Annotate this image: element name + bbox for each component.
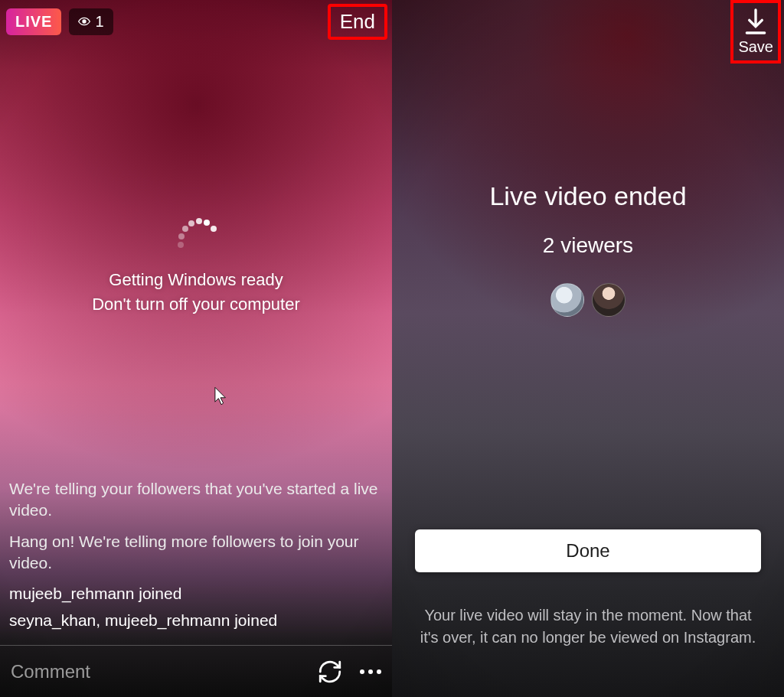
eye-icon — [78, 15, 90, 28]
ended-screen: Save Live video ended 2 viewers Done You… — [392, 0, 784, 697]
live-badge: LIVE — [6, 8, 61, 35]
avatar[interactable] — [592, 283, 626, 317]
ended-viewer-count: 2 viewers — [392, 233, 784, 258]
vignette — [392, 0, 784, 697]
ended-footnote: Your live video will stay in the moment.… — [418, 604, 758, 649]
avatar[interactable] — [550, 283, 584, 317]
comment-input[interactable] — [11, 661, 303, 682]
ended-title: Live video ended — [392, 181, 784, 211]
end-button[interactable]: End — [329, 5, 386, 38]
svg-point-0 — [83, 20, 86, 23]
download-icon — [740, 6, 771, 37]
viewer-count-badge[interactable]: 1 — [69, 8, 113, 35]
joined-notification: seyna_khan, mujeeb_rehmann joined — [9, 610, 383, 631]
comment-bar — [0, 645, 392, 697]
background-os-message: Getting Windows ready Don't turn off you… — [0, 268, 392, 317]
switch-camera-icon[interactable] — [317, 659, 343, 685]
live-screen: LIVE 1 End Getting Windows ready Don't t… — [0, 0, 392, 697]
os-message-line2: Don't turn off your computer — [0, 292, 392, 317]
loading-spinner-icon — [173, 218, 219, 264]
live-top-bar: LIVE 1 End — [6, 5, 386, 38]
os-message-line1: Getting Windows ready — [0, 268, 392, 292]
status-message: We're telling your followers that you've… — [9, 478, 383, 522]
save-label: Save — [738, 38, 773, 56]
joined-notification: mujeeb_rehmann joined — [9, 583, 383, 604]
live-status-feed: We're telling your followers that you've… — [9, 478, 383, 631]
more-options-icon[interactable] — [360, 669, 381, 674]
save-button[interactable]: Save — [732, 2, 779, 62]
done-button[interactable]: Done — [415, 529, 761, 572]
mouse-cursor-icon — [214, 386, 228, 406]
viewer-avatars — [392, 283, 784, 317]
status-message: Hang on! We're telling more followers to… — [9, 531, 383, 575]
viewer-count-value: 1 — [95, 13, 103, 31]
